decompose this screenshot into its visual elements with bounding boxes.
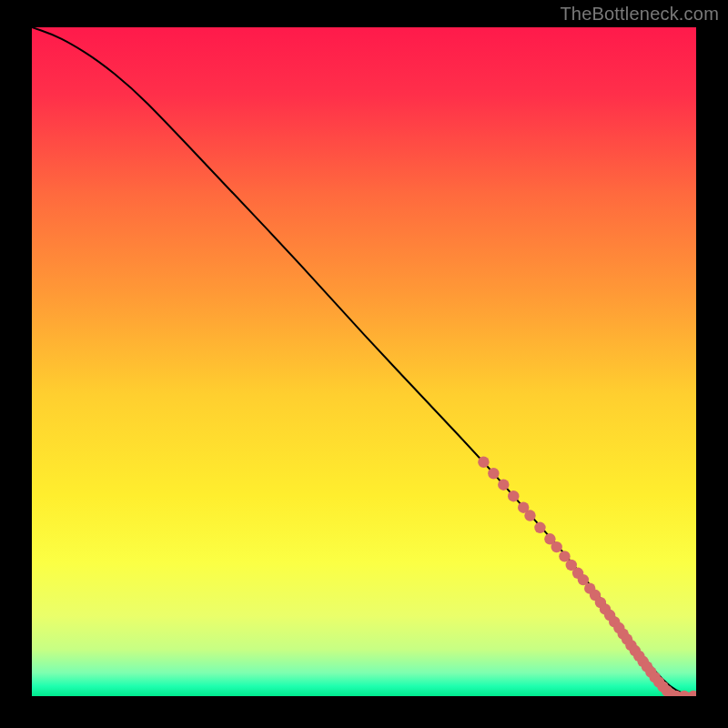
data-point — [524, 510, 535, 521]
data-point — [498, 480, 509, 490]
data-point — [508, 490, 519, 501]
plot-area — [32, 27, 696, 696]
data-point — [534, 522, 545, 533]
chart-svg — [32, 27, 696, 696]
data-point — [488, 468, 499, 479]
chart-frame: TheBottleneck.com — [0, 0, 728, 728]
data-point — [551, 541, 562, 552]
data-point — [478, 457, 489, 468]
watermark-text: TheBottleneck.com — [560, 4, 719, 25]
